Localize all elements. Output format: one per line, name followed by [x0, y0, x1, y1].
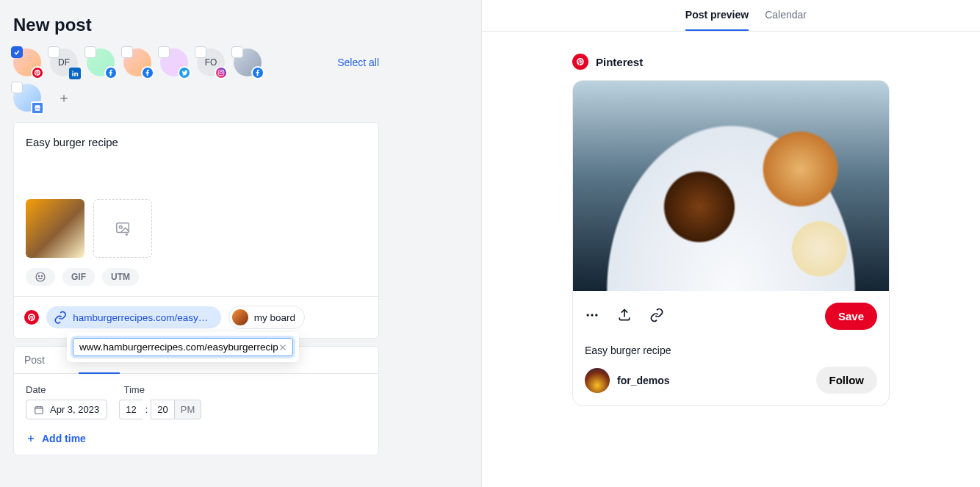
board-pill[interactable]: my board — [228, 306, 305, 329]
svg-point-9 — [41, 275, 42, 276]
profile-checkbox[interactable] — [84, 46, 96, 58]
profile-checkbox[interactable] — [121, 46, 133, 58]
profile-checkbox[interactable] — [48, 46, 60, 58]
svg-point-3 — [220, 71, 222, 73]
svg-point-18 — [591, 314, 593, 316]
svg-point-1 — [72, 71, 73, 72]
profile-selector: DF FO — [13, 48, 262, 76]
author-name: for_demos — [617, 375, 670, 386]
plus-icon — [26, 433, 36, 444]
composer-card: GIF UTM hamburgerrecipes.com/easy… my bo… — [13, 122, 379, 339]
facebook-icon — [104, 66, 118, 79]
time-hour[interactable]: 12 — [119, 400, 142, 419]
profile-checkbox[interactable] — [231, 46, 243, 58]
facebook-icon — [141, 66, 154, 79]
add-media-button[interactable] — [93, 199, 152, 258]
profile-gmb[interactable] — [13, 84, 41, 112]
select-all-link[interactable]: Select all — [337, 57, 379, 68]
date-value: Apr 3, 2023 — [50, 404, 99, 415]
date-input[interactable]: Apr 3, 2023 — [26, 400, 107, 419]
author-avatar — [585, 368, 610, 393]
instagram-icon — [215, 66, 228, 79]
profile-linkedin[interactable]: DF — [50, 48, 78, 76]
preview-caption: Easy burger recipe — [585, 344, 877, 356]
time-input[interactable]: 12 : 20 PM — [119, 400, 201, 419]
profile-facebook-1[interactable] — [87, 48, 115, 76]
profile-facebook-2[interactable] — [123, 48, 151, 76]
link-icon — [54, 311, 67, 324]
svg-point-19 — [595, 314, 597, 316]
utm-button[interactable]: UTM — [102, 268, 139, 286]
linkedin-icon — [69, 68, 81, 79]
share-icon[interactable] — [617, 308, 632, 325]
pinterest-icon — [31, 66, 44, 79]
url-input[interactable] — [79, 342, 278, 353]
preview-image — [573, 81, 889, 291]
gif-button[interactable]: GIF — [62, 268, 95, 286]
remove-link-button[interactable] — [214, 310, 215, 325]
profile-checkbox[interactable] — [11, 46, 23, 58]
profile-checkbox[interactable] — [11, 82, 23, 93]
link-pill-label: hamburgerrecipes.com/easy… — [73, 312, 208, 323]
url-popover — [67, 332, 299, 362]
profile-checkbox[interactable] — [158, 46, 170, 58]
add-profile-button[interactable]: ＋ — [50, 84, 78, 112]
date-label: Date — [26, 384, 46, 395]
pinterest-icon — [24, 310, 39, 325]
profile-facebook-3[interactable] — [234, 48, 262, 76]
clear-url-button[interactable] — [278, 342, 288, 353]
calendar-icon — [34, 405, 44, 415]
twitter-icon — [178, 66, 191, 79]
board-avatar — [232, 309, 248, 325]
svg-point-4 — [223, 71, 223, 71]
save-button[interactable]: Save — [825, 303, 877, 330]
page-title: New post — [13, 15, 468, 35]
time-label: Time — [123, 384, 144, 395]
svg-rect-14 — [35, 406, 43, 413]
profile-pinterest[interactable] — [13, 48, 41, 76]
emoji-picker-button[interactable] — [26, 268, 55, 286]
add-time-label: Add time — [42, 433, 86, 444]
board-name: my board — [254, 312, 295, 323]
more-icon[interactable] — [585, 308, 599, 325]
tab-post-preview[interactable]: Post preview — [685, 9, 749, 31]
time-minute[interactable]: 20 — [151, 400, 173, 419]
pinterest-icon — [572, 54, 588, 70]
facebook-icon — [251, 66, 264, 79]
link-icon[interactable] — [649, 308, 664, 325]
profile-twitter[interactable] — [160, 48, 188, 76]
svg-point-17 — [587, 314, 589, 316]
schedule-card: Post Date Time Apr 3, 2023 12 : 20 PM — [13, 346, 379, 455]
link-pill[interactable]: hamburgerrecipes.com/easy… — [46, 306, 221, 328]
smile-icon — [35, 271, 46, 283]
image-add-icon — [115, 220, 131, 237]
profile-instagram[interactable]: FO — [197, 48, 225, 76]
svg-point-6 — [119, 226, 122, 228]
follow-button[interactable]: Follow — [816, 367, 878, 394]
post-text-input[interactable] — [14, 123, 378, 196]
preview-platform-label: Pinterest — [596, 56, 643, 68]
media-thumbnail[interactable] — [26, 199, 84, 258]
tab-calendar[interactable]: Calendar — [765, 9, 807, 31]
svg-point-7 — [36, 273, 45, 281]
gmb-icon — [31, 101, 44, 115]
profile-checkbox[interactable] — [195, 46, 206, 58]
add-time-button[interactable]: Add time — [26, 433, 367, 444]
tab-post[interactable]: Post — [14, 347, 55, 373]
svg-point-8 — [38, 275, 39, 276]
svg-rect-0 — [72, 73, 73, 76]
time-ampm[interactable]: PM — [174, 400, 202, 419]
pinterest-preview-card: Save Easy burger recipe for_demos Follow — [572, 80, 890, 406]
